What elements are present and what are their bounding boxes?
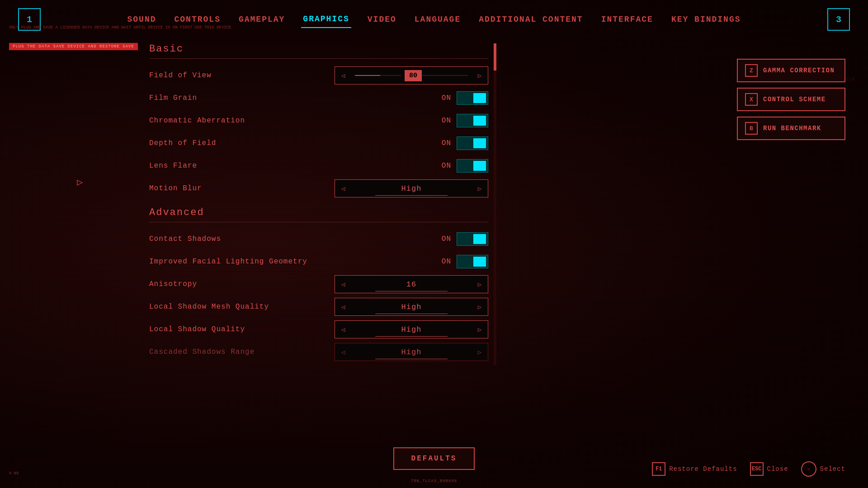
motion-blur-value: High xyxy=(351,184,472,193)
control-scheme-button[interactable]: X CONTROL SCHEME xyxy=(737,88,845,111)
f1-key-icon: F1 xyxy=(652,462,665,476)
film-grain-toggle[interactable] xyxy=(457,91,488,105)
contact-shadows-status: ON xyxy=(438,235,451,243)
setting-film-grain: Film Grain ON xyxy=(149,89,488,108)
cascaded-shadows-value: High xyxy=(351,348,472,357)
settings-scrollbar[interactable] xyxy=(494,43,496,365)
top-left-warning: PLUG THE DATA SAVE DEVICE AND RESTORE SA… xyxy=(9,43,138,50)
fov-arrow-left[interactable]: ◁ xyxy=(335,66,351,84)
setting-chromatic-aberration: Chromatic Aberration ON xyxy=(149,111,488,130)
top-left-info: ONLY PLUG AND SAVE A LICENSED DATA DEVIC… xyxy=(9,25,231,31)
tab-key-bindings[interactable]: KEY BINDINGS xyxy=(670,11,743,28)
anisotropy-label: Anisotropy xyxy=(149,280,335,288)
setting-shadow-mesh-quality: Local Shadow Mesh Quality ◁ High ▷ xyxy=(149,297,488,316)
film-grain-label: Film Grain xyxy=(149,94,438,102)
shadow-quality-arrow-left[interactable]: ◁ xyxy=(335,320,351,338)
right-action-panel: Z GAMMA CORRECTION X CONTROL SCHEME B RU… xyxy=(737,59,845,145)
shadow-quality-label: Local Shadow Quality xyxy=(149,325,335,333)
setting-field-of-view: Field of View ◁ 80 ▷ xyxy=(149,66,488,85)
setting-depth-of-field: Depth of Field ON xyxy=(149,134,488,153)
fov-slider-track xyxy=(355,75,401,76)
facial-lighting-status: ON xyxy=(438,258,451,266)
shadow-mesh-value: High xyxy=(351,303,472,311)
contact-shadows-control: ON xyxy=(438,232,488,246)
depth-of-field-label: Depth of Field xyxy=(149,139,438,147)
tab-video[interactable]: VIDEO xyxy=(366,11,398,28)
motion-blur-label: Motion Blur xyxy=(149,184,335,192)
select-control[interactable]: ○ Select xyxy=(801,461,845,477)
facial-lighting-control: ON xyxy=(438,255,488,268)
shadow-mesh-arrow-right[interactable]: ▷ xyxy=(472,298,488,316)
anisotropy-value: 16 xyxy=(351,280,472,289)
chromatic-aberration-toggle[interactable] xyxy=(457,114,488,127)
film-grain-control: ON xyxy=(438,91,488,105)
tab-interface[interactable]: INTERFACE xyxy=(599,11,655,28)
setting-motion-blur: Motion Blur ◁ High ▷ xyxy=(149,179,488,198)
x-key-icon: X xyxy=(745,93,758,106)
gamma-correction-button[interactable]: Z GAMMA CORRECTION xyxy=(737,59,845,82)
setting-shadow-quality: Local Shadow Quality ◁ High ▷ xyxy=(149,320,488,339)
basic-section-header: Basic xyxy=(149,43,488,59)
motion-blur-selector[interactable]: ◁ High ▷ xyxy=(335,179,488,197)
scrollbar-thumb[interactable] xyxy=(494,43,496,70)
shadow-quality-selector[interactable]: ◁ High ▷ xyxy=(335,320,488,338)
setting-contact-shadows: Contact Shadows ON xyxy=(149,230,488,249)
shadow-quality-value: High xyxy=(351,325,472,334)
fov-arrow-right[interactable]: ▷ xyxy=(472,66,488,84)
fov-value: 80 xyxy=(405,70,422,81)
setting-cascaded-shadows: Cascaded Shadows Range ◁ High ▷ xyxy=(149,343,488,361)
chromatic-aberration-status: ON xyxy=(438,117,451,125)
top-navigation: 1 SOUND CONTROLS GAMEPLAY GRAPHICS VIDEO… xyxy=(0,0,868,39)
cascaded-shadows-label: Cascaded Shadows Range xyxy=(149,348,335,356)
chromatic-aberration-control: ON xyxy=(438,114,488,127)
gamma-correction-label: GAMMA CORRECTION xyxy=(763,67,835,74)
nav-box-right: 3 xyxy=(827,8,850,31)
shadow-quality-arrow-right[interactable]: ▷ xyxy=(472,320,488,338)
bottom-controls: F1 Restore Defaults ESC Close ○ Select xyxy=(652,461,845,477)
anisotropy-arrow-right[interactable]: ▷ xyxy=(472,275,488,293)
esc-key-icon: ESC xyxy=(750,462,764,476)
bottom-center-info: TRN_TLCAS_B0B098 xyxy=(411,479,457,483)
anisotropy-selector[interactable]: ◁ 16 ▷ xyxy=(335,275,488,293)
run-benchmark-button[interactable]: B RUN BENCHMARK xyxy=(737,117,845,140)
tab-additional-content[interactable]: ADDITIONAL CONTENT xyxy=(477,11,585,28)
tab-graphics[interactable]: GRAPHICS xyxy=(301,11,351,28)
lens-flare-label: Lens Flare xyxy=(149,162,438,170)
cascaded-shadows-arrow-left[interactable]: ◁ xyxy=(335,343,351,361)
shadow-mesh-quality-selector[interactable]: ◁ High ▷ xyxy=(335,298,488,316)
setting-lens-flare: Lens Flare ON xyxy=(149,156,488,175)
depth-of-field-control: ON xyxy=(438,136,488,150)
fov-slider-fill xyxy=(355,75,380,76)
restore-defaults-control[interactable]: F1 Restore Defaults xyxy=(652,462,737,476)
field-of-view-slider[interactable]: ◁ 80 ▷ xyxy=(335,66,488,84)
tab-language[interactable]: LANGUAGE xyxy=(413,11,462,28)
close-label: Close xyxy=(767,465,788,473)
setting-anisotropy: Anisotropy ◁ 16 ▷ xyxy=(149,275,488,294)
z-key-icon: Z xyxy=(745,64,758,77)
close-control[interactable]: ESC Close xyxy=(750,462,788,476)
b-key-icon: B xyxy=(745,122,758,135)
lens-flare-control: ON xyxy=(438,159,488,173)
depth-of-field-toggle[interactable] xyxy=(457,136,488,150)
depth-of-field-status: ON xyxy=(438,139,451,147)
anisotropy-arrow-left[interactable]: ◁ xyxy=(335,275,351,293)
defaults-button[interactable]: DEFAULTS xyxy=(393,447,475,470)
facial-lighting-toggle[interactable] xyxy=(457,255,488,268)
tab-gameplay[interactable]: GAMEPLAY xyxy=(237,11,287,28)
advanced-section-header: Advanced xyxy=(149,207,488,222)
run-benchmark-label: RUN BENCHMARK xyxy=(763,125,821,132)
field-of-view-label: Field of View xyxy=(149,71,335,80)
left-decorative-text: ││││││││ xyxy=(4,136,8,156)
cascaded-shadows-selector[interactable]: ◁ High ▷ xyxy=(335,343,488,361)
film-grain-status: ON xyxy=(438,94,451,102)
motion-blur-arrow-left[interactable]: ◁ xyxy=(335,179,351,197)
settings-panel: Basic Field of View ◁ 80 ▷ Fi xyxy=(149,43,488,365)
motion-blur-arrow-right[interactable]: ▷ xyxy=(472,179,488,197)
contact-shadows-toggle[interactable] xyxy=(457,232,488,246)
lens-flare-toggle[interactable] xyxy=(457,159,488,173)
cascaded-shadows-arrow-right[interactable]: ▷ xyxy=(472,343,488,361)
fov-slider-track-right xyxy=(422,75,468,76)
right-number: 314 xyxy=(845,77,854,82)
shadow-mesh-quality-label: Local Shadow Mesh Quality xyxy=(149,303,335,311)
shadow-mesh-arrow-left[interactable]: ◁ xyxy=(335,298,351,316)
